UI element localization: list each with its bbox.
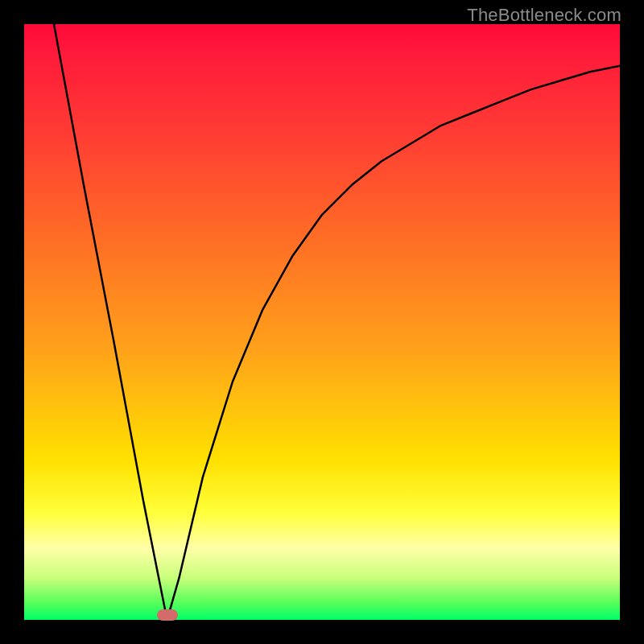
watermark-text: TheBottleneck.com [467,5,621,26]
curve-layer [24,24,620,620]
curve-path [54,24,620,620]
minimum-marker [157,609,178,621]
plot-area [24,24,620,620]
chart-frame: TheBottleneck.com [0,0,644,644]
